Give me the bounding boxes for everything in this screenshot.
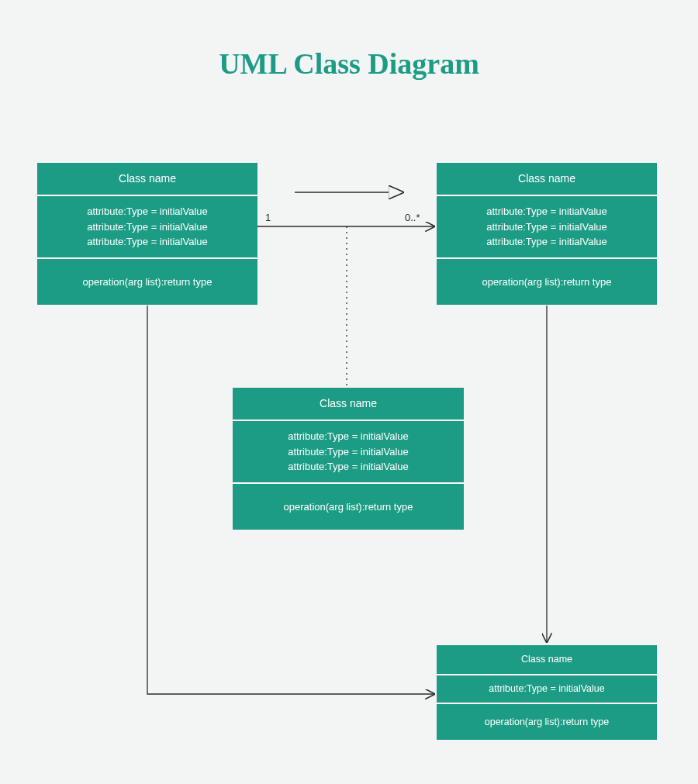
uml-class-1: Class name attribute:Type = initialValue… (37, 163, 257, 305)
class-name: Class name (37, 163, 257, 196)
class-attributes: attribute:Type = initialValue attribute:… (233, 421, 464, 484)
attribute-row: attribute:Type = initialValue (47, 204, 248, 219)
attribute-row: attribute:Type = initialValue (446, 234, 648, 250)
attribute-row: attribute:Type = initialValue (47, 219, 248, 235)
attribute-row: attribute:Type = initialValue (242, 444, 454, 460)
class-operations: operation(arg list):return type (37, 259, 257, 306)
class-attributes: attribute:Type = initialValue attribute:… (37, 196, 257, 259)
uml-class-4: Class name attribute:Type = initialValue… (437, 645, 657, 740)
attribute-row: attribute:Type = initialValue (242, 459, 454, 475)
multiplicity-right: 0..* (405, 212, 420, 223)
diagram-title: UML Class Diagram (0, 47, 698, 81)
class-operations: operation(arg list):return type (233, 484, 464, 530)
class-name: Class name (437, 163, 657, 196)
class-name: Class name (437, 645, 657, 675)
uml-class-2: Class name attribute:Type = initialValue… (437, 163, 657, 305)
attribute-row: attribute:Type = initialValue (242, 429, 454, 444)
attribute-row: attribute:Type = initialValue (446, 219, 648, 235)
multiplicity-left: 1 (265, 212, 271, 223)
class-operations: operation(arg list):return type (437, 704, 657, 741)
class-name: Class name (233, 388, 464, 421)
attribute-row: attribute:Type = initialValue (47, 234, 248, 250)
attribute-row: attribute:Type = initialValue (446, 204, 648, 219)
attribute-row: attribute:Type = initialValue (444, 682, 649, 696)
class-attributes: attribute:Type = initialValue attribute:… (437, 196, 657, 259)
class-operations: operation(arg list):return type (437, 259, 657, 306)
class-attributes: attribute:Type = initialValue (437, 675, 657, 704)
uml-class-3: Class name attribute:Type = initialValue… (233, 388, 464, 530)
